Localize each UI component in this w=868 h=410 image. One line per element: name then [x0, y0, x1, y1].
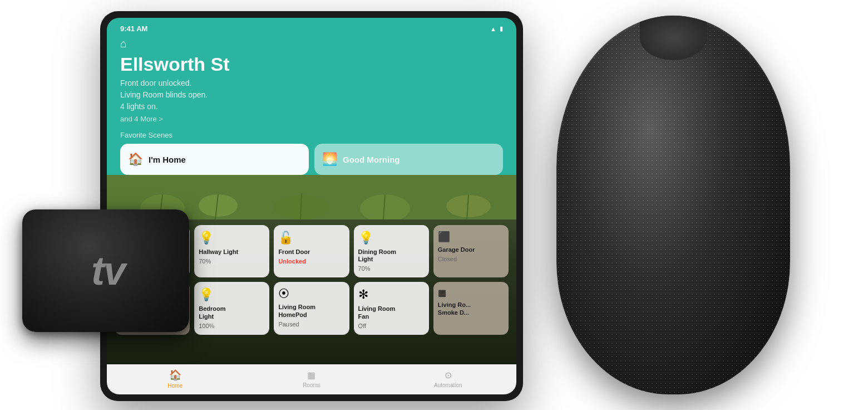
location-title: Ellsworth St	[120, 53, 503, 75]
fan-icon: ✻	[358, 287, 425, 302]
device-name: Living RoomFan	[358, 305, 425, 320]
im-home-label: I'm Home	[149, 155, 186, 164]
tab-bar: 🏠 Home ▦ Rooms ⊙ Automation	[107, 364, 516, 394]
device-front-door[interactable]: 🔓 Front Door Unlocked	[274, 225, 349, 277]
device-living-room-fan[interactable]: ✻ Living RoomFan Off	[354, 282, 429, 334]
wifi-icon: ▲	[490, 26, 496, 32]
tab-home[interactable]: 🏠 Home	[107, 369, 243, 389]
apple-tv-logo: tv	[87, 248, 125, 294]
tab-automation[interactable]: ⊙ Automation	[380, 370, 516, 388]
rooms-tab-icon: ▦	[307, 370, 315, 380]
status-time: 9:41 AM	[120, 25, 147, 33]
automation-tab-icon: ⊙	[445, 370, 452, 380]
homepod-top	[640, 16, 707, 60]
scene-good-morning[interactable]: 🌅 Good Morning	[314, 144, 503, 175]
device-status: Off	[358, 323, 425, 329]
home-nav-icon: ⌂	[120, 37, 503, 50]
main-scene: 9:41 AM ▲ ▮ ⌂ Ellsworth St Front door un…	[0, 0, 868, 410]
good-morning-icon: 🌅	[322, 152, 337, 167]
scene-im-home[interactable]: 🏠 I'm Home	[120, 144, 309, 175]
device-status: Paused	[278, 321, 344, 328]
device-name: Living RoomHomePod	[278, 304, 344, 318]
tv-text: tv	[91, 248, 125, 294]
good-morning-label: Good Morning	[343, 155, 400, 164]
device-name: Dining RoomLight	[358, 248, 425, 263]
device-name: Garage Door	[438, 246, 504, 253]
device-dining-light[interactable]: 💡 Dining RoomLight 70%	[354, 225, 429, 277]
status-icons: ▲ ▮	[490, 25, 503, 32]
homepod-icon: ⦿	[278, 287, 344, 300]
garage-icon: ⬛	[438, 231, 504, 243]
device-status: Closed	[438, 256, 504, 262]
screen-header: 9:41 AM ▲ ▮ ⌂ Ellsworth St Front door un…	[107, 18, 516, 175]
status-summary: Front door unlocked. Living Room blinds …	[120, 77, 503, 113]
homepod-mesh-dots	[556, 16, 790, 394]
home-tab-label: Home	[167, 383, 183, 389]
smoke-detector-icon: ▦	[438, 287, 504, 298]
automation-tab-label: Automation	[434, 382, 462, 388]
apple-tv-device: tv	[22, 209, 211, 365]
device-homepod[interactable]: ⦿ Living RoomHomePod Paused	[274, 282, 349, 334]
favorite-scenes-label: Favorite Scenes	[120, 131, 503, 139]
device-status-unlocked: Unlocked	[278, 258, 344, 265]
home-tab-icon: 🏠	[169, 369, 181, 381]
rooms-tab-label: Rooms	[303, 382, 320, 388]
lock-icon: 🔓	[278, 231, 344, 245]
dining-light-icon: 💡	[358, 231, 425, 245]
homepod-body	[556, 16, 790, 394]
device-garage-door[interactable]: ⬛ Garage Door Closed	[433, 225, 509, 277]
device-name: Living Ro...Smoke D...	[438, 301, 504, 316]
and-more-link[interactable]: and 4 More >	[120, 115, 503, 123]
device-smoke-detector[interactable]: ▦ Living Ro...Smoke D...	[433, 282, 509, 334]
battery-icon: ▮	[500, 25, 503, 32]
homepod-device	[512, 0, 835, 410]
im-home-icon: 🏠	[128, 152, 143, 167]
device-status: 70%	[358, 265, 425, 272]
device-name: Front Door	[278, 248, 344, 256]
tab-rooms[interactable]: ▦ Rooms	[243, 370, 379, 388]
status-bar: 9:41 AM ▲ ▮	[120, 25, 503, 33]
scenes-row: 🏠 I'm Home 🌅 Good Morning	[120, 144, 503, 175]
apple-tv-body: tv	[22, 209, 189, 332]
